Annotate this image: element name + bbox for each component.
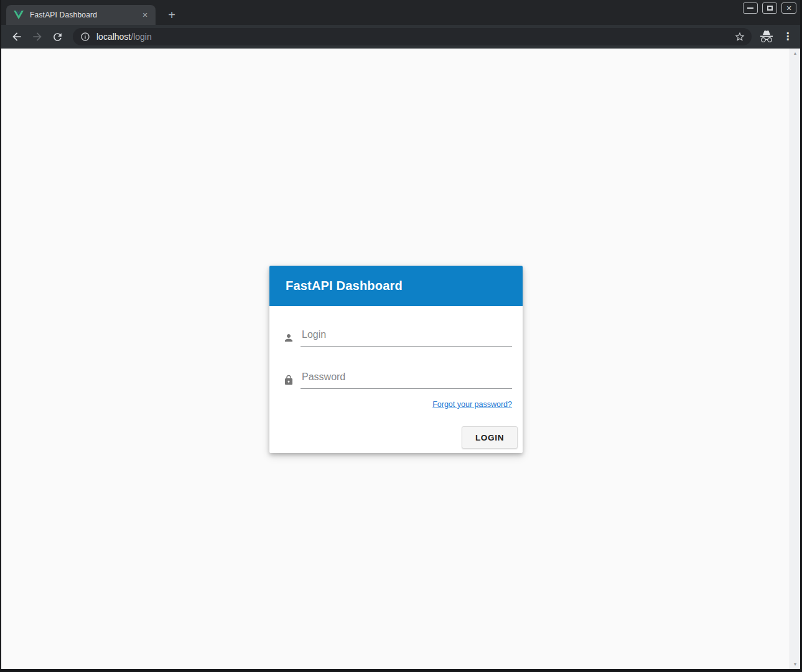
- page-scrollbar[interactable]: ▲ ▼: [790, 49, 800, 669]
- password-field-row: [283, 347, 512, 389]
- forward-icon[interactable]: [31, 30, 44, 43]
- tab-close-icon[interactable]: ✕: [139, 9, 151, 21]
- lock-icon: [283, 375, 294, 386]
- vue-logo-icon: [14, 11, 24, 19]
- browser-menu-icon[interactable]: ⋮: [783, 32, 791, 42]
- login-card: FastAPI Dashboard Forgot your password? …: [269, 266, 523, 453]
- login-card-header: FastAPI Dashboard: [269, 266, 523, 306]
- person-icon: [283, 332, 294, 343]
- browser-tab[interactable]: FastAPI Dashboard ✕: [6, 5, 156, 25]
- tab-title: FastAPI Dashboard: [30, 11, 139, 19]
- window-minimize-button[interactable]: [743, 2, 758, 14]
- incognito-icon: [759, 29, 774, 44]
- window-close-button[interactable]: ✕: [781, 2, 796, 14]
- window-controls: ✕: [743, 2, 796, 14]
- login-card-title: FastAPI Dashboard: [286, 279, 403, 293]
- scrollbar-up-icon[interactable]: ▲: [790, 51, 800, 55]
- bookmark-star-icon[interactable]: [734, 31, 745, 42]
- browser-toolbar: localhost/login ⋮: [1, 25, 800, 49]
- maximize-icon: [767, 6, 773, 11]
- page-viewport: FastAPI Dashboard Forgot your password? …: [1, 49, 800, 669]
- window-maximize-button[interactable]: [762, 2, 777, 14]
- address-bar[interactable]: localhost/login: [73, 28, 752, 45]
- page-info-icon[interactable]: [80, 32, 90, 42]
- minimize-icon: [747, 7, 753, 9]
- url-text: localhost/login: [96, 32, 152, 42]
- password-input[interactable]: [301, 371, 512, 389]
- back-icon[interactable]: [11, 30, 23, 43]
- close-icon: ✕: [786, 5, 791, 12]
- tab-strip: FastAPI Dashboard ✕ + ✕: [1, 0, 800, 25]
- forgot-password-link[interactable]: Forgot your password?: [432, 400, 512, 409]
- new-tab-button[interactable]: +: [164, 8, 179, 23]
- login-input[interactable]: [301, 329, 512, 347]
- url-host: localhost: [96, 32, 131, 42]
- reload-icon[interactable]: [52, 31, 63, 43]
- login-card-body: Forgot your password? LOGIN: [269, 306, 523, 453]
- login-field-row: [283, 306, 512, 347]
- forgot-password-row: Forgot your password?: [283, 398, 512, 409]
- scrollbar-down-icon[interactable]: ▼: [790, 662, 800, 666]
- url-path: /login: [131, 32, 151, 42]
- login-button[interactable]: LOGIN: [462, 426, 518, 449]
